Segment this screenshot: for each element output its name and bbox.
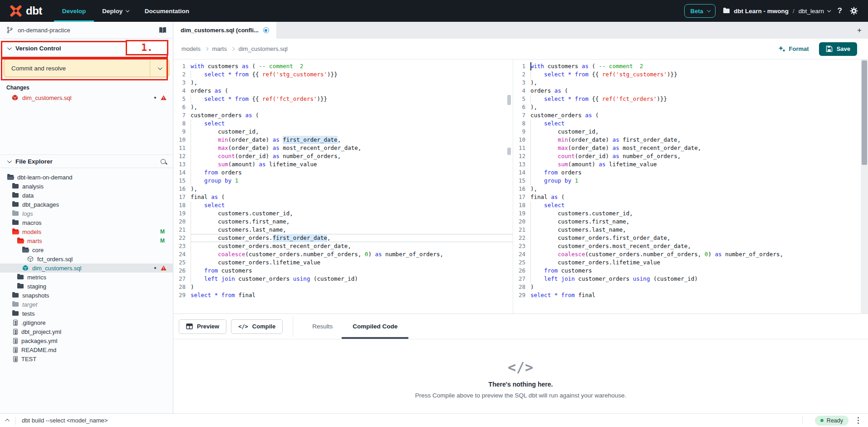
code-line[interactable]: 19 customers.customer_id, xyxy=(513,209,861,218)
code-line[interactable]: 21 customers.last_name, xyxy=(173,226,513,234)
tree-item-dbt-learn-on-demand[interactable]: dbt-learn-on-demand xyxy=(0,173,173,182)
tree-item-analysis[interactable]: analysis xyxy=(0,182,173,191)
help-icon[interactable]: ? xyxy=(838,6,842,15)
scrollbar-thumb[interactable] xyxy=(507,148,511,155)
tree-item-core[interactable]: core xyxy=(0,245,173,254)
project-selector[interactable]: dbt Learn - mwong / dbt_learn xyxy=(723,8,829,15)
code-line[interactable]: 18 select xyxy=(173,201,513,209)
tree-item-fct_orders.sql[interactable]: fct_orders.sql xyxy=(0,254,173,263)
format-button[interactable]: Format xyxy=(778,45,809,53)
code-line[interactable]: 20 customers.first_name, xyxy=(513,218,861,226)
code-line[interactable]: 1with customers as ( -- comment 2 xyxy=(513,62,861,70)
code-line[interactable]: 17final as ( xyxy=(513,193,861,201)
code-line[interactable]: 1with customers as ( -- comment 2 xyxy=(173,62,513,70)
left-pane-scrollbar[interactable] xyxy=(507,60,511,313)
code-pane-left[interactable]: 1with customers as ( -- comment 22 selec… xyxy=(173,60,513,313)
code-line[interactable]: 16), xyxy=(513,185,861,193)
tree-item-snapshots[interactable]: snapshots xyxy=(0,291,173,300)
expand-command-bar-icon[interactable] xyxy=(5,419,10,423)
code-line[interactable]: 12 count(order_id) as number_of_orders, xyxy=(513,152,861,160)
code-line[interactable]: 23 customer_orders.most_recent_order_dat… xyxy=(513,242,861,250)
code-line[interactable]: 6), xyxy=(513,103,861,111)
nav-develop[interactable]: Develop xyxy=(54,0,94,22)
tree-item-packages.yml[interactable]: packages.yml xyxy=(0,336,173,345)
code-line[interactable]: 22 customer_orders.first_order_date, xyxy=(173,234,513,242)
code-line[interactable]: 20 customers.first_name, xyxy=(173,218,513,226)
code-line[interactable]: 24 coalesce(customer_orders.number_of_or… xyxy=(513,250,861,258)
code-line[interactable]: 16), xyxy=(173,185,513,193)
code-line[interactable]: 21 customers.last_name, xyxy=(513,226,861,234)
new-tab-button[interactable]: + xyxy=(851,22,868,39)
file-explorer-header[interactable]: File Explorer xyxy=(0,154,173,168)
code-line[interactable]: 26 from customers xyxy=(513,267,861,275)
code-line[interactable]: 22 customer_orders.first_order_date, xyxy=(513,234,861,242)
tree-item-staging[interactable]: staging xyxy=(0,282,173,291)
code-line[interactable]: 2 select * from {{ ref('stg_customers')}… xyxy=(513,70,861,79)
code-line[interactable]: 27 left join customer_orders using (cust… xyxy=(173,275,513,283)
code-line[interactable]: 5 select * from {{ ref('fct_orders')}} xyxy=(173,95,513,103)
code-line[interactable]: 11 max(order_date) as most_recent_order_… xyxy=(513,144,861,152)
editor-scrollbar[interactable] xyxy=(861,60,868,313)
breadcrumb-segment[interactable]: marts xyxy=(212,45,227,52)
tree-item-dim_customers.sql[interactable]: dim_customers.sql xyxy=(0,263,173,273)
code-line[interactable]: 7customer_orders as ( xyxy=(173,111,513,119)
code-line[interactable]: 4orders as ( xyxy=(513,87,861,95)
code-line[interactable]: 3), xyxy=(173,79,513,87)
tree-item-logs[interactable]: logs xyxy=(0,209,173,218)
code-line[interactable]: 19 customers.customer_id, xyxy=(173,209,513,218)
ready-status-badge[interactable]: Ready xyxy=(815,416,848,426)
tree-item-data[interactable]: data xyxy=(0,191,173,200)
tree-item-dbt_packages[interactable]: dbt_packages xyxy=(0,200,173,209)
code-line[interactable]: 29select * from final xyxy=(173,291,513,299)
save-button[interactable]: Save xyxy=(819,42,857,56)
tree-item-README.md[interactable]: README.md xyxy=(0,345,173,354)
tab-dim-customers[interactable]: dim_customers.sql (confli... xyxy=(173,22,276,39)
changes-file-dim_customers.sql[interactable]: dim_customers.sql xyxy=(0,92,173,104)
code-line[interactable]: 28) xyxy=(513,283,861,291)
commit-options-button[interactable] xyxy=(150,60,169,77)
docs-book-icon[interactable] xyxy=(159,27,167,34)
code-line[interactable]: 10 min(order_date) as first_order_date, xyxy=(173,136,513,144)
commit-and-resolve-button[interactable]: Commit and resolve xyxy=(4,60,150,77)
tree-item-metrics[interactable]: metrics xyxy=(0,273,173,282)
panel-tab-compiled-code[interactable]: Compiled Code xyxy=(342,314,408,339)
code-line[interactable]: 25 customer_orders.lifetime_value xyxy=(513,258,861,267)
tree-item-TEST[interactable]: TEST xyxy=(0,354,173,363)
code-line[interactable]: 27 left join customer_orders using (cust… xyxy=(513,275,861,283)
code-line[interactable]: 2 select * from {{ ref('stg_customers')}… xyxy=(173,70,513,79)
code-line[interactable]: 23 customer_orders.most_recent_order_dat… xyxy=(173,242,513,250)
code-line[interactable]: 3), xyxy=(513,79,861,87)
dbt-logo[interactable]: dbt xyxy=(0,0,54,22)
code-line[interactable]: 7customer_orders as ( xyxy=(513,111,861,119)
code-line[interactable]: 12 count(order_id) as number_of_orders, xyxy=(173,152,513,160)
tree-item-models[interactable]: modelsM xyxy=(0,227,173,236)
scrollbar-thumb[interactable] xyxy=(862,60,867,165)
code-line[interactable]: 13 sum(amount) as lifetime_value xyxy=(173,160,513,169)
tree-item-tests[interactable]: tests xyxy=(0,309,173,318)
breadcrumb-segment[interactable]: models xyxy=(181,45,201,52)
tree-item-marts[interactable]: martsM xyxy=(0,236,173,245)
code-line[interactable]: 9 customer_id, xyxy=(173,128,513,136)
code-line[interactable]: 18 select xyxy=(513,201,861,209)
tree-item-target[interactable]: target xyxy=(0,300,173,309)
panel-tab-results[interactable]: Results xyxy=(303,314,342,339)
git-branch-row[interactable]: on-demand-practice xyxy=(0,22,173,39)
nav-documentation[interactable]: Documentation xyxy=(137,0,197,22)
command-input[interactable]: dbt build --select <model_name> xyxy=(22,417,108,424)
code-line[interactable]: 25 customer_orders.lifetime_value xyxy=(173,258,513,267)
tree-item-.gitignore[interactable]: .gitignore xyxy=(0,318,173,327)
code-line[interactable]: 15 group by 1 xyxy=(513,177,861,185)
code-line[interactable]: 24 coalesce(customer_orders.number_of_or… xyxy=(173,250,513,258)
code-line[interactable]: 9 customer_id, xyxy=(513,128,861,136)
code-line[interactable]: 15 group by 1 xyxy=(173,177,513,185)
tree-item-dbt_project.yml[interactable]: dbt_project.yml xyxy=(0,327,173,336)
preview-button[interactable]: Preview xyxy=(179,319,226,334)
version-control-header[interactable]: Version Control xyxy=(0,39,173,58)
beta-button[interactable]: Beta xyxy=(684,4,716,18)
code-pane-right[interactable]: 1with customers as ( -- comment 22 selec… xyxy=(513,60,861,313)
code-line[interactable]: 13 sum(amount) as lifetime_value xyxy=(513,160,861,169)
compile-button[interactable]: </> Compile xyxy=(231,319,283,334)
code-line[interactable]: 10 min(order_date) as first_order_date, xyxy=(513,136,861,144)
code-line[interactable]: 6), xyxy=(173,103,513,111)
environment-selector[interactable]: dbt_learn xyxy=(799,8,830,15)
